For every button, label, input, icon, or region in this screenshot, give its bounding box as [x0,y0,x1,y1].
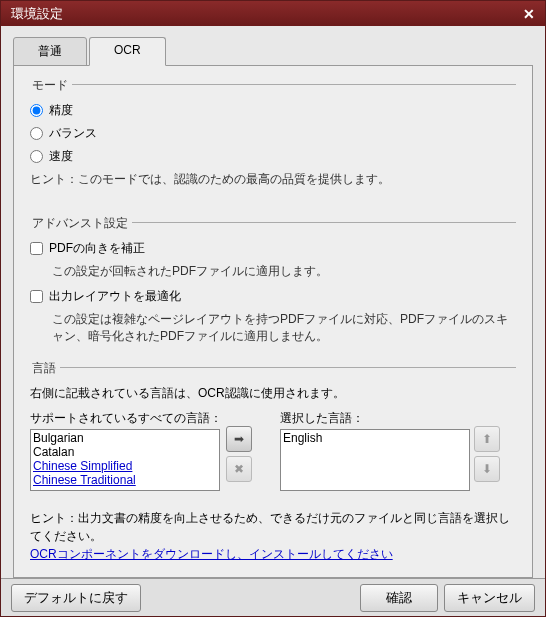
window-title: 環境設定 [11,5,63,23]
layout-row[interactable]: 出力レイアウトを最適化 [30,288,516,305]
layout-hint: この設定は複雑なページレイアウトを持つPDFファイルに対応、PDFファイルのスキ… [52,311,516,345]
mode-legend: モード [28,77,72,94]
footer: デフォルトに戻す 確認 キャンセル [1,578,545,616]
list-item[interactable]: Catalan [33,445,217,459]
close-button[interactable]: ✕ [519,4,539,24]
pdf-rotate-row[interactable]: PDFの向きを補正 [30,240,516,257]
restore-defaults-button[interactable]: デフォルトに戻す [11,584,141,612]
mode-speed-radio[interactable] [30,150,43,163]
ok-button[interactable]: 確認 [360,584,438,612]
selected-listbox[interactable]: English [280,429,470,491]
arrow-right-icon: ➡ [234,432,244,446]
mode-balance-row[interactable]: バランス [30,125,516,142]
mode-fieldset: モード 精度 バランス 速度 ヒント：このモードでは、認識のための最高の品質を提 [30,84,516,188]
layout-checkbox[interactable] [30,290,43,303]
list-item[interactable]: Bulgarian [33,431,217,445]
language-bottom-hint: ヒント：出力文書の精度を向上させるため、できるだけ元のファイルと同じ言語を選択し… [30,509,516,545]
remove-language-button[interactable]: ✖ [226,456,252,482]
advanced-fieldset: アドバンスト設定 PDFの向きを補正 この設定が回転されたPDFファイルに適用し… [30,222,516,345]
mode-balance-radio[interactable] [30,127,43,140]
selected-label: 選択した言語： [280,410,470,427]
list-item[interactable]: Chinese Simplified [33,459,217,473]
mode-accuracy-label: 精度 [49,102,73,119]
mode-hint: ヒント：このモードでは、認識のための最高の品質を提供します。 [30,171,516,188]
advanced-legend: アドバンスト設定 [28,215,132,232]
tab-bar: 普通 OCR [13,36,533,65]
supported-listbox[interactable]: Bulgarian Catalan Chinese Simplified Chi… [30,429,220,491]
mode-speed-label: 速度 [49,148,73,165]
tab-panel-ocr: モード 精度 バランス 速度 ヒント：このモードでは、認識のための最高の品質を提 [13,65,533,578]
mode-balance-label: バランス [49,125,97,142]
pdf-rotate-label: PDFの向きを補正 [49,240,145,257]
tab-ocr[interactable]: OCR [89,37,166,66]
tab-normal[interactable]: 普通 [13,37,87,66]
list-item[interactable]: Chinese Traditional [33,473,217,487]
pdf-rotate-hint: この設定が回転されたPDFファイルに適用します。 [52,263,516,280]
supported-label: サポートされているすべての言語： [30,410,222,427]
pdf-rotate-checkbox[interactable] [30,242,43,255]
mode-accuracy-radio[interactable] [30,104,43,117]
language-desc: 右側に記載されている言語は、OCR認識に使用されます。 [30,385,516,402]
add-language-button[interactable]: ➡ [226,426,252,452]
mode-accuracy-row[interactable]: 精度 [30,102,516,119]
remove-icon: ✖ [234,462,244,476]
title-bar: 環境設定 ✕ [1,1,545,26]
close-icon: ✕ [523,6,535,22]
list-item[interactable]: English [283,431,467,445]
move-down-button[interactable]: ⬇ [474,456,500,482]
arrow-up-icon: ⬆ [482,432,492,446]
language-fieldset: 言語 右側に記載されている言語は、OCR認識に使用されます。 サポートされている… [30,367,516,563]
layout-label: 出力レイアウトを最適化 [49,288,181,305]
cancel-button[interactable]: キャンセル [444,584,535,612]
mode-speed-row[interactable]: 速度 [30,148,516,165]
arrow-down-icon: ⬇ [482,462,492,476]
download-ocr-link[interactable]: OCRコンポーネントをダウンロードし、インストールしてください [30,547,393,561]
language-legend: 言語 [28,360,60,377]
move-up-button[interactable]: ⬆ [474,426,500,452]
